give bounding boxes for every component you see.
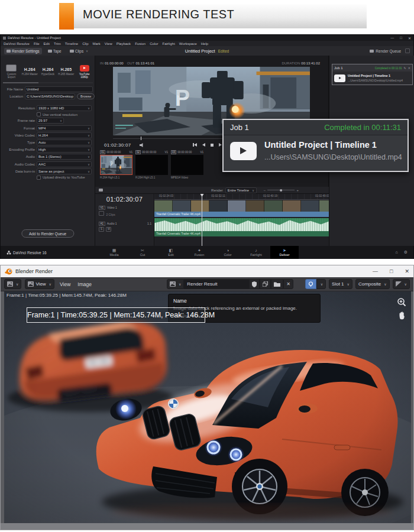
- fake-user-shield-icon[interactable]: [249, 279, 260, 289]
- maximize-button[interactable]: □: [390, 268, 393, 274]
- tab-fairlight[interactable]: ♪Fairlight: [242, 246, 270, 259]
- play-reverse-button[interactable]: [202, 143, 205, 147]
- audio-track-header[interactable]: A1 Audio 1 1.1: [95, 222, 154, 226]
- pin-options-chevron[interactable]: ∨: [316, 279, 326, 289]
- render-settings-panel: Custom Export H.264 H.264 Master H.264 H…: [1, 56, 95, 246]
- type-select[interactable]: Auto∨: [37, 140, 92, 145]
- tab-cut[interactable]: ✂Cut: [128, 246, 157, 259]
- minimize-button[interactable]: —: [373, 268, 378, 274]
- menu-timeline[interactable]: Timeline: [65, 42, 78, 46]
- edit-job-icon[interactable]: ✎: [404, 66, 406, 70]
- vertical-resolution-checkbox[interactable]: [37, 112, 41, 116]
- close-button[interactable]: ✕: [408, 36, 411, 40]
- blender-titlebar: Blender Render — □ ✕: [1, 265, 413, 277]
- menu-file[interactable]: File: [34, 42, 40, 46]
- render-pass-select[interactable]: Composite∨: [355, 279, 390, 289]
- home-icon[interactable]: ⌂: [395, 250, 397, 255]
- track-lock-icon[interactable]: [99, 211, 104, 216]
- menu-workspace[interactable]: Workspace: [179, 42, 197, 46]
- tab-fusion[interactable]: ✦Fusion: [185, 246, 214, 259]
- preset-scrollbar[interactable]: [3, 82, 93, 83]
- menu-clip[interactable]: Clip: [82, 42, 88, 46]
- clips-button[interactable]: Clips ∨: [67, 48, 90, 54]
- menu-color[interactable]: Color: [150, 42, 158, 46]
- clip-item-3[interactable]: 0300:00:00:00V1 MPEG4 Video: [171, 150, 203, 179]
- close-button[interactable]: ✕: [405, 268, 409, 274]
- pan-hand-icon[interactable]: [397, 310, 406, 320]
- audio-codec-select[interactable]: AAC∨: [37, 161, 92, 167]
- menu-trim[interactable]: Trim: [54, 42, 61, 46]
- clip-thumbnail[interactable]: [135, 155, 168, 175]
- stop-button[interactable]: [211, 144, 214, 147]
- menu-fusion[interactable]: Fusion: [135, 42, 145, 46]
- delete-job-icon[interactable]: ✕: [408, 66, 410, 70]
- menu-image[interactable]: Image: [76, 281, 93, 287]
- open-image-folder-icon[interactable]: [271, 279, 283, 289]
- menu-fairlight[interactable]: Fairlight: [162, 42, 174, 46]
- render-settings-button[interactable]: Render Settings: [4, 48, 42, 54]
- clip-thumbnail[interactable]: [171, 155, 203, 175]
- play-button[interactable]: [219, 143, 222, 147]
- maximize-button[interactable]: □: [400, 36, 402, 40]
- menu-view[interactable]: View: [105, 42, 112, 46]
- tab-deliver[interactable]: ➤Deliver: [270, 246, 299, 259]
- encoding-profile-select[interactable]: High∨: [37, 147, 92, 153]
- menu-edit[interactable]: Edit: [44, 42, 50, 46]
- solo-button[interactable]: S: [99, 227, 104, 232]
- data-burn-in-select[interactable]: Same as project∨: [37, 168, 92, 174]
- zoom-in-icon[interactable]: [397, 297, 406, 307]
- view-mode-select[interactable]: View ∨: [25, 279, 54, 289]
- audio-select[interactable]: Bus 1 (Stereo)∨: [37, 154, 92, 160]
- image-name-field[interactable]: Render Result: [184, 279, 249, 289]
- browse-button[interactable]: Browse: [77, 93, 95, 99]
- clip-item-1[interactable]: 0100:00:00:00V1 H.264 High L5.1: [100, 150, 132, 179]
- timeline-zoom-slider[interactable]: − +: [264, 189, 299, 192]
- mute-button[interactable]: M: [106, 227, 111, 232]
- preset-custom-export[interactable]: Custom Export: [3, 63, 20, 80]
- menu-mark[interactable]: Mark: [93, 42, 101, 46]
- skip-back-button[interactable]: [193, 143, 197, 147]
- preset-h264-master[interactable]: H.264 H.264 Master: [21, 63, 38, 80]
- preset-youtube-1080p[interactable]: YouTube 1080p: [76, 63, 93, 80]
- job-title: Untitled Project | Timeline 1: [348, 74, 403, 77]
- location-input[interactable]: C:\Users\SAMSUNG\Desktop: [25, 93, 75, 99]
- gear-icon[interactable]: ⚙: [404, 250, 407, 255]
- speaker-icon[interactable]: [140, 143, 144, 147]
- upload-youtube-checkbox[interactable]: [37, 176, 41, 180]
- add-to-render-queue-button[interactable]: Add to Render Queue: [21, 229, 74, 238]
- display-channels-select[interactable]: ∨: [393, 279, 410, 289]
- clip-item-2[interactable]: 0200:00:00:00V1 H.264 High L5.1: [135, 150, 168, 179]
- render-job-card[interactable]: Job 1 Completed in 00:11:31 ✎ ✕ Untitled…: [332, 64, 413, 85]
- file-name-input[interactable]: Untitled: [25, 86, 93, 92]
- menu-help[interactable]: Help: [201, 42, 208, 46]
- menu-playback[interactable]: Playback: [117, 42, 131, 46]
- frame-rate-select[interactable]: 29.97∨: [37, 118, 64, 124]
- menu-view[interactable]: View: [58, 281, 72, 287]
- preset-h265-master[interactable]: H.265 H.265 Master: [57, 63, 75, 80]
- resolution-select[interactable]: 1920 x 1080 HD∨: [37, 105, 92, 111]
- tab-media[interactable]: ▦Media: [100, 246, 128, 259]
- render-mode-select[interactable]: Entire Timeline∨: [225, 187, 257, 193]
- slot-select[interactable]: Slot 1∨: [329, 279, 352, 289]
- scrub-playhead[interactable]: [141, 137, 142, 140]
- format-select[interactable]: MP4∨: [37, 125, 92, 131]
- expand-panel-icon[interactable]: [405, 48, 410, 53]
- new-image-copy-icon[interactable]: [260, 279, 271, 289]
- video-codec-select[interactable]: H.264∨: [37, 132, 92, 138]
- tab-color[interactable]: ◑Color: [214, 246, 242, 259]
- unlink-image-icon[interactable]: ✕: [283, 279, 293, 289]
- video-track-header[interactable]: V1 Video 1: [95, 206, 154, 210]
- minimize-button[interactable]: —: [390, 36, 394, 40]
- tab-edit[interactable]: ◧Edit: [157, 246, 185, 259]
- render-viewport[interactable]: [4, 291, 411, 523]
- pin-image-button[interactable]: [305, 279, 316, 289]
- menu-davinci[interactable]: DaVinci Resolve: [4, 42, 30, 46]
- timeline-playhead[interactable]: [202, 194, 202, 246]
- timeline-view-icon[interactable]: [99, 189, 103, 192]
- render-queue-toggle[interactable]: Render Queue: [376, 49, 401, 53]
- editor-type-select[interactable]: ∨: [4, 279, 21, 289]
- image-datablock-icon-button[interactable]: ∨: [167, 279, 184, 289]
- clip-thumbnail[interactable]: [100, 155, 132, 175]
- tape-button[interactable]: Tape: [46, 48, 64, 54]
- preset-hyperdeck[interactable]: H.264 HyperDeck: [40, 63, 57, 80]
